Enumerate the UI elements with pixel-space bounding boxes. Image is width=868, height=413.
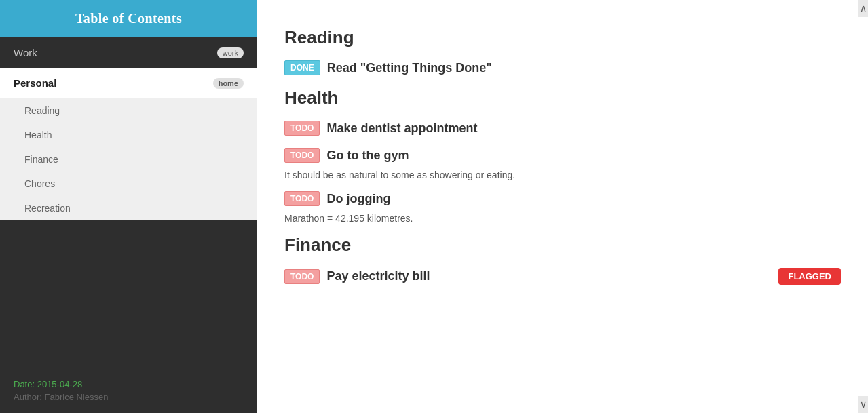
task-left-health-2: TODO Do jogging: [284, 191, 390, 206]
badge-todo-finance-0: TODO: [284, 269, 320, 284]
scroll-up-arrow[interactable]: ∧: [858, 0, 868, 17]
task-title-health-1: Go to the gym: [326, 149, 409, 163]
section-heading-finance: Finance: [284, 235, 841, 256]
sidebar-header: Table of Contents: [0, 0, 257, 37]
task-left: DONE Read "Getting Things Done": [284, 60, 492, 75]
task-title-finance-0: Pay electricity bill: [326, 269, 430, 283]
sidebar-subitem-health[interactable]: Health: [0, 123, 257, 147]
badge-flagged-finance-0: FLAGGED: [778, 268, 841, 285]
task-title-health-2: Do jogging: [326, 192, 390, 206]
sidebar-subitem-chores[interactable]: Chores: [0, 172, 257, 196]
section-heading-health: Health: [284, 87, 841, 109]
section-heading-reading: Reading: [284, 27, 841, 48]
task-left-finance-0: TODO Pay electricity bill: [284, 269, 430, 284]
footer-author: Author: Fabrice Niessen: [14, 392, 244, 402]
task-row-reading-0: DONE Read "Getting Things Done": [284, 60, 841, 75]
task-title-health-0: Make dentist appointment: [326, 121, 477, 136]
task-row-health-2: TODO Do jogging: [284, 191, 841, 206]
scroll-down-arrow[interactable]: ∨: [858, 396, 868, 413]
sidebar-item-work-badge: work: [217, 47, 244, 58]
sidebar-item-personal-badge: home: [213, 78, 244, 89]
sidebar-item-personal-label: Personal: [14, 77, 56, 89]
task-title-reading-0: Read "Getting Things Done": [327, 61, 492, 75]
task-note-health-1: It should be as natural to some as showe…: [284, 170, 841, 180]
badge-todo-health-2: TODO: [284, 191, 320, 206]
sidebar-item-work-label: Work: [14, 47, 37, 58]
badge-done-reading-0: DONE: [284, 60, 320, 75]
task-note-health-2: Marathon = 42.195 kilometres.: [284, 213, 841, 224]
sidebar-nav: Work work Personal home Reading Health F…: [0, 37, 257, 368]
sidebar-subitem-recreation[interactable]: Recreation: [0, 196, 257, 220]
task-left-health-1: TODO Go to the gym: [284, 148, 409, 163]
task-row-health-1: TODO Go to the gym: [284, 148, 841, 163]
sidebar-subitem-reading[interactable]: Reading: [0, 98, 257, 123]
task-row-finance-0: TODO Pay electricity bill FLAGGED: [284, 268, 841, 285]
sidebar: Table of Contents Work work Personal hom…: [0, 0, 257, 413]
badge-todo-health-0: TODO: [284, 121, 320, 136]
sidebar-subitem-finance[interactable]: Finance: [0, 147, 257, 172]
footer-date: Date: 2015-04-28: [14, 379, 244, 389]
sidebar-footer: Date: 2015-04-28 Author: Fabrice Niessen: [0, 368, 257, 413]
task-left-health-0: TODO Make dentist appointment: [284, 121, 477, 136]
sidebar-subitems: Reading Health Finance Chores Recreation: [0, 98, 257, 220]
sidebar-item-work[interactable]: Work work: [0, 37, 257, 68]
task-row-health-0: TODO Make dentist appointment: [284, 121, 841, 136]
main-content[interactable]: ∧ Reading DONE Read "Getting Things Done…: [257, 0, 868, 413]
badge-todo-health-1: TODO: [284, 148, 320, 163]
sidebar-item-personal[interactable]: Personal home: [0, 68, 257, 98]
